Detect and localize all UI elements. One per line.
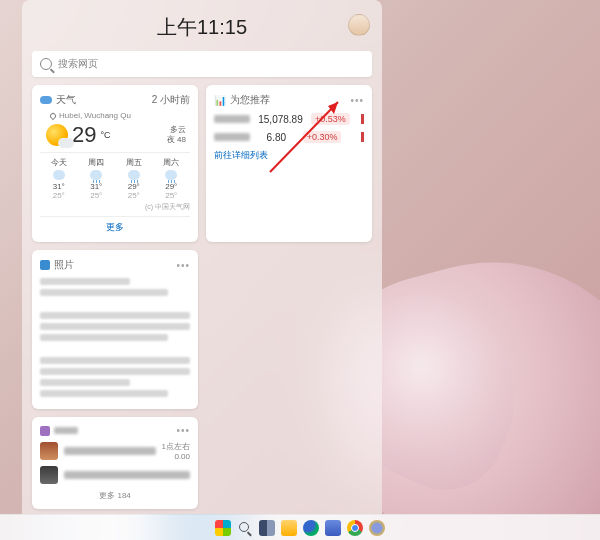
weather-more-link[interactable]: 更多 — [40, 216, 190, 234]
stocks-detail-link[interactable]: 前往详细列表 — [214, 149, 364, 162]
widgets-panel: 上午11:15 搜索网页 天气 2 小时前 Hubei, Wuchang Qu … — [22, 0, 382, 540]
weather-feels: 夜 48 — [167, 135, 186, 145]
weather-app-icon — [40, 96, 52, 104]
forecast-icon — [128, 170, 140, 180]
photos-card[interactable]: 照片 ••• — [32, 250, 198, 409]
taskbar — [0, 514, 600, 540]
weather-unit: °C — [100, 130, 110, 140]
file-explorer-icon[interactable] — [281, 520, 297, 536]
list-footer[interactable]: 更多 184 — [40, 490, 190, 501]
edge-icon[interactable] — [303, 520, 319, 536]
card-menu-icon[interactable]: ••• — [176, 425, 190, 436]
location-pin-icon — [49, 111, 57, 119]
photos-icon — [40, 260, 50, 270]
widgets-grid: 天气 2 小时前 Hubei, Wuchang Qu 29 °C 多云 夜 48… — [32, 85, 372, 540]
list-title-blurred — [54, 427, 78, 434]
search-placeholder: 搜索网页 — [58, 57, 98, 71]
list-item[interactable]: 1点左右0.00 — [40, 441, 190, 461]
forecast-day[interactable]: 周五 29° 25° — [126, 157, 142, 200]
stock-name-blurred — [214, 133, 250, 141]
panel-header: 上午11:15 — [32, 8, 372, 51]
forecast-day[interactable]: 今天 31° 25° — [51, 157, 67, 200]
weather-title: 天气 — [56, 93, 76, 107]
card-menu-icon[interactable]: ••• — [176, 260, 190, 271]
store-icon[interactable] — [325, 520, 341, 536]
list-card[interactable]: ••• 1点左右0.00 更多 184 — [32, 417, 198, 509]
forecast-icon — [90, 170, 102, 180]
weather-location: Hubei, Wuchang Qu — [59, 111, 131, 120]
search-input[interactable]: 搜索网页 — [32, 51, 372, 77]
list-icon — [40, 426, 50, 436]
weather-condition: 多云 — [167, 125, 186, 135]
chrome-icon[interactable] — [347, 520, 363, 536]
stock-bar — [361, 114, 364, 124]
weather-source: (c) 中国天气网 — [40, 202, 190, 212]
weather-location-row: Hubei, Wuchang Qu — [50, 111, 190, 120]
taskbar-search-button[interactable] — [237, 520, 253, 536]
list-name-blurred — [64, 447, 156, 455]
weather-temp: 29 — [72, 122, 96, 148]
user-avatar[interactable] — [348, 14, 370, 36]
stock-row[interactable]: 15,078.89 +0.53% — [214, 113, 364, 125]
forecast-row: 今天 31° 25° 周四 31° 25° 周五 29° 25° — [40, 152, 190, 200]
stock-value: 6.80 — [267, 132, 286, 143]
stock-value: 15,078.89 — [258, 114, 303, 125]
card-menu-icon[interactable]: ••• — [350, 95, 364, 106]
list-thumb — [40, 442, 58, 460]
settings-icon[interactable] — [369, 520, 385, 536]
list-name-blurred — [64, 471, 190, 479]
forecast-day[interactable]: 周四 31° 25° — [88, 157, 104, 200]
stocks-title: 为您推荐 — [230, 93, 270, 107]
forecast-icon — [53, 170, 65, 180]
weather-card[interactable]: 天气 2 小时前 Hubei, Wuchang Qu 29 °C 多云 夜 48… — [32, 85, 198, 242]
stock-row[interactable]: 6.80 +0.30% — [214, 131, 364, 143]
list-thumb — [40, 466, 58, 484]
forecast-day[interactable]: 周六 29° 25° — [163, 157, 179, 200]
stocks-card[interactable]: 📊 为您推荐 ••• 15,078.89 +0.53% 6.80 +0.30% … — [206, 85, 372, 242]
task-view-button[interactable] — [259, 520, 275, 536]
photos-title: 照片 — [54, 258, 74, 272]
photos-body-blurred — [40, 278, 190, 397]
start-button[interactable] — [215, 520, 231, 536]
stock-bar — [361, 132, 364, 142]
weather-updated: 2 小时前 — [152, 93, 190, 107]
stock-change: +0.30% — [303, 131, 342, 143]
weather-condition-icon — [46, 124, 68, 146]
list-item[interactable] — [40, 466, 190, 484]
forecast-icon — [165, 170, 177, 180]
search-icon — [40, 58, 52, 70]
stock-name-blurred — [214, 115, 250, 123]
clock-time: 上午11:15 — [157, 16, 247, 38]
stock-change: +0.53% — [311, 113, 350, 125]
